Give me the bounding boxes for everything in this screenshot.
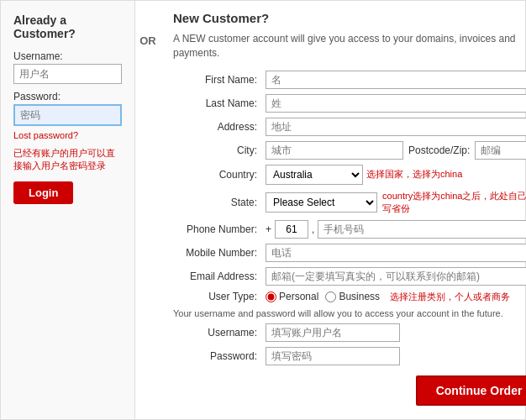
first-name-row: First Name: — [173, 71, 526, 89]
phone-plus-sign: + — [266, 223, 271, 235]
left-column: Already a Customer? Username: Password: … — [1, 1, 135, 419]
mobile-label: Mobile Number: — [173, 247, 266, 259]
address-input[interactable] — [266, 118, 526, 136]
description: A NEW customer account will give you acc… — [173, 32, 526, 60]
address-row: Address: — [173, 118, 526, 136]
city-input[interactable] — [266, 141, 403, 160]
continue-order-button[interactable]: Continue Order — [416, 375, 526, 406]
address-label: Address: — [173, 121, 266, 133]
usertype-personal-option[interactable]: Personal — [266, 291, 318, 302]
username-input[interactable] — [13, 64, 122, 84]
first-name-input[interactable] — [266, 71, 526, 89]
right-title: New Customer? — [173, 11, 526, 25]
usertype-note: 选择注册类别，个人或者商务 — [390, 291, 510, 303]
future-note: Your username and password will allow yo… — [173, 308, 526, 318]
email-input[interactable] — [266, 267, 526, 286]
state-select[interactable]: Please Select New South Wales Victoria Q… — [266, 192, 377, 213]
password-label: Password: — [13, 91, 122, 102]
login-button[interactable]: Login — [13, 181, 73, 204]
first-name-label: First Name: — [173, 74, 266, 86]
usertype-label: User Type: — [173, 291, 266, 302]
new-username-row: Username: — [173, 323, 526, 342]
usertype-personal-radio[interactable] — [266, 291, 276, 302]
postcode-input[interactable] — [475, 141, 526, 160]
last-name-row: Last Name: — [173, 94, 526, 113]
password-input[interactable] — [13, 104, 122, 126]
phone-row: Phone Number: + , — [173, 220, 526, 239]
country-note: 选择国家，选择为china — [366, 168, 462, 181]
mobile-input[interactable] — [266, 244, 526, 262]
postcode-label: Postcode/Zip: — [408, 144, 470, 156]
new-password-row: Password: — [173, 347, 526, 365]
username-label: Username: — [13, 50, 122, 62]
usertype-business-option[interactable]: Business — [325, 291, 380, 302]
country-row: Country: Australia China United States U… — [173, 165, 526, 185]
left-title: Already a Customer? — [13, 13, 122, 40]
usertype-personal-label: Personal — [279, 291, 318, 302]
email-row: Email Address: — [173, 267, 526, 286]
last-name-label: Last Name: — [173, 97, 266, 109]
login-note: 已经有账户的用户可以直接输入用户名密码登录 — [13, 147, 122, 173]
usertype-business-radio[interactable] — [325, 291, 336, 302]
city-row: City: Postcode/Zip: — [173, 141, 526, 160]
right-column: New Customer? A NEW customer account wil… — [160, 1, 526, 419]
new-password-label: Password: — [173, 350, 266, 362]
mobile-row: Mobile Number: — [173, 244, 526, 262]
city-label: City: — [173, 144, 266, 156]
new-password-input[interactable] — [266, 347, 400, 365]
new-username-input[interactable] — [266, 323, 400, 342]
phone-number-input[interactable] — [318, 220, 526, 239]
state-row: State: Please Select New South Wales Vic… — [173, 190, 526, 215]
last-name-input[interactable] — [266, 94, 526, 113]
usertype-business-label: Business — [339, 291, 380, 302]
state-note: country选择为china之后，此处自己填写省份 — [382, 190, 526, 215]
phone-label: Phone Number: — [173, 223, 266, 235]
new-username-label: Username: — [173, 327, 266, 339]
usertype-row: User Type: Personal Business 选择注册类别，个人或者… — [173, 291, 526, 303]
or-divider: OR — [135, 1, 160, 419]
country-label: Country: — [173, 169, 266, 181]
state-label: State: — [173, 197, 266, 208]
email-label: Email Address: — [173, 270, 266, 282]
continue-btn-row: Continue Order — [173, 375, 526, 406]
lost-password-link[interactable]: Lost password? — [13, 130, 122, 140]
country-select[interactable]: Australia China United States United Kin… — [266, 165, 363, 185]
phone-code-input[interactable] — [275, 220, 308, 239]
